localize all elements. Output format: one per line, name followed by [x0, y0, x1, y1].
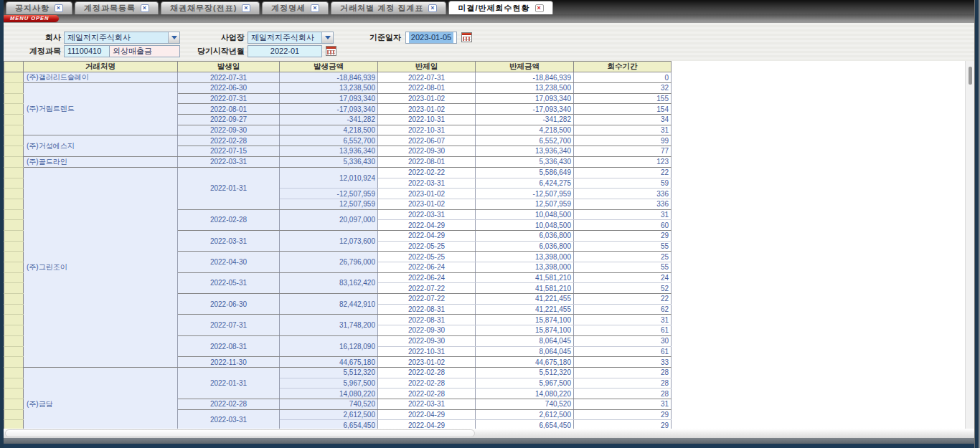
period-cell[interactable]: 55 — [574, 262, 672, 273]
site-select[interactable]: 제일저지주식회사 — [248, 32, 334, 44]
tab-채권채무장(전표)[interactable]: 채권채무장(전표)× — [161, 1, 260, 14]
period-cell[interactable]: 154 — [574, 104, 672, 115]
settle-date-cell[interactable]: 2022-10-31 — [378, 125, 476, 135]
settle-amount-cell[interactable]: 740,520 — [476, 399, 574, 409]
issue-date-cell[interactable]: 2022-02-28 — [178, 135, 280, 146]
row-selector[interactable] — [4, 146, 24, 157]
period-cell[interactable]: 99 — [574, 135, 672, 146]
settle-amount-cell[interactable]: 6,654,450 — [476, 420, 574, 429]
period-cell[interactable]: 29 — [574, 409, 672, 420]
issue-date-cell[interactable]: 2022-08-01 — [178, 104, 280, 115]
row-selector[interactable] — [4, 389, 24, 399]
tab-close-icon[interactable]: × — [428, 4, 437, 12]
period-cell[interactable]: 55 — [574, 241, 672, 252]
tab-close-icon[interactable]: × — [311, 4, 319, 12]
settle-date-cell[interactable]: 2022-07-22 — [378, 294, 476, 305]
settle-amount-cell[interactable]: 6,424,275 — [476, 178, 574, 189]
settle-date-cell[interactable]: 2022-04-29 — [378, 409, 476, 420]
issue-amount-cell[interactable]: 6,654,450 — [280, 420, 378, 429]
row-selector[interactable] — [4, 241, 24, 252]
period-cell[interactable]: 33 — [574, 357, 672, 368]
period-cell[interactable]: 60 — [574, 220, 672, 231]
issue-date-cell[interactable]: 2022-06-30 — [178, 83, 280, 94]
row-selector[interactable] — [4, 220, 24, 231]
settle-date-cell[interactable]: 2023-01-02 — [378, 199, 476, 209]
settle-amount-cell[interactable]: 41,221,455 — [476, 304, 574, 315]
base-date-input[interactable]: 2023-01-05 — [405, 32, 457, 44]
period-cell[interactable]: 155 — [574, 93, 672, 104]
settle-date-cell[interactable]: 2022-09-30 — [378, 146, 476, 157]
issue-date-cell[interactable]: 2022-11-30 — [178, 357, 280, 368]
settle-amount-cell[interactable]: 41,221,455 — [476, 294, 574, 305]
settle-amount-cell[interactable]: 41,581,210 — [476, 283, 574, 294]
settle-amount-cell[interactable]: 12,507,959 — [476, 199, 574, 209]
calendar-icon[interactable] — [461, 32, 472, 42]
settle-amount-cell[interactable]: 4,218,500 — [476, 125, 574, 135]
settle-date-cell[interactable]: 2022-03-31 — [378, 178, 476, 189]
period-cell[interactable]: 24 — [574, 272, 672, 283]
settle-amount-cell[interactable]: 17,093,340 — [476, 93, 574, 104]
header-customer[interactable]: 거래처명 — [24, 62, 178, 72]
period-cell[interactable]: 28 — [574, 389, 672, 399]
settle-amount-cell[interactable]: 15,874,100 — [476, 315, 574, 325]
row-selector[interactable] — [4, 156, 24, 167]
issue-amount-cell[interactable]: 17,093,340 — [280, 93, 378, 104]
menu-open-button[interactable]: MENU OPEN — [3, 15, 59, 22]
period-cell[interactable]: 52 — [574, 283, 672, 294]
issue-date-cell[interactable]: 2022-02-28 — [178, 209, 280, 230]
issue-amount-cell[interactable]: 83,162,420 — [280, 272, 378, 293]
settle-amount-cell[interactable]: 5,967,500 — [476, 378, 574, 389]
customer-cell[interactable]: (주)금담 — [24, 367, 178, 429]
vertical-scrollbar-thumb[interactable] — [969, 67, 972, 85]
period-cell[interactable]: 31 — [574, 125, 672, 135]
row-selector[interactable] — [4, 346, 24, 357]
row-selector[interactable] — [4, 252, 24, 262]
tab-공지사항[interactable]: 공지사항× — [6, 1, 72, 14]
row-selector[interactable] — [4, 115, 24, 125]
settle-date-cell[interactable]: 2023-01-02 — [378, 357, 476, 368]
settle-date-cell[interactable]: 2023-01-02 — [378, 93, 476, 104]
settle-amount-cell[interactable]: 10,048,500 — [476, 209, 574, 220]
horizontal-scrollbar[interactable] — [4, 429, 974, 438]
period-cell[interactable]: 28 — [574, 378, 672, 389]
settle-amount-cell[interactable]: 6,036,800 — [476, 230, 574, 241]
settle-date-cell[interactable]: 2022-09-30 — [378, 335, 476, 346]
settle-date-cell[interactable]: 2022-07-22 — [378, 283, 476, 294]
period-cell[interactable]: 29 — [574, 420, 672, 429]
settle-amount-cell[interactable]: 6,036,800 — [476, 241, 574, 252]
issue-date-cell[interactable]: 2022-07-31 — [178, 93, 280, 104]
issue-date-cell[interactable]: 2022-01-31 — [178, 167, 280, 209]
settle-amount-cell[interactable]: 13,398,000 — [476, 262, 574, 273]
issue-amount-cell[interactable]: 5,336,430 — [280, 156, 378, 167]
settle-amount-cell[interactable]: 15,874,100 — [476, 325, 574, 336]
settle-amount-cell[interactable]: -18,846,939 — [476, 72, 574, 83]
issue-date-cell[interactable]: 2022-05-31 — [178, 272, 280, 293]
settle-amount-cell[interactable]: 5,336,430 — [476, 156, 574, 167]
company-select[interactable]: 제일저지주식회사 — [64, 32, 180, 44]
row-selector[interactable] — [4, 378, 24, 389]
period-cell[interactable]: 61 — [574, 325, 672, 336]
settle-date-cell[interactable]: 2022-06-24 — [378, 262, 476, 273]
issue-date-cell[interactable]: 2022-03-31 — [178, 156, 280, 167]
row-selector[interactable] — [4, 325, 24, 336]
settle-date-cell[interactable]: 2022-02-22 — [378, 167, 476, 178]
issue-amount-cell[interactable]: 4,218,500 — [280, 125, 378, 135]
company-dropdown-button[interactable] — [168, 32, 179, 43]
row-selector[interactable] — [4, 230, 24, 241]
issue-date-cell[interactable]: 2022-03-31 — [178, 230, 280, 251]
period-cell[interactable]: 25 — [574, 252, 672, 262]
row-selector[interactable] — [4, 93, 24, 104]
issue-amount-cell[interactable]: 13,936,340 — [280, 146, 378, 157]
settle-date-cell[interactable]: 2022-08-31 — [378, 304, 476, 315]
tab-거래처별 계정 집계표[interactable]: 거래처별 계정 집계표× — [331, 1, 446, 14]
period-cell[interactable]: 336 — [574, 189, 672, 199]
row-selector[interactable] — [4, 125, 24, 135]
header-settle-amount[interactable]: 반제금액 — [476, 62, 574, 72]
period-cell[interactable]: 0 — [574, 72, 672, 83]
tab-계정과목등록[interactable]: 계정과목등록× — [75, 1, 159, 14]
period-cell[interactable]: 22 — [574, 294, 672, 305]
customer-cell[interactable]: (주)골드라인 — [24, 156, 178, 167]
account-name-input[interactable]: 외상매출금 — [109, 45, 180, 57]
issue-amount-cell[interactable]: -17,093,340 — [280, 104, 378, 115]
issue-amount-cell[interactable]: 2,612,500 — [280, 409, 378, 420]
